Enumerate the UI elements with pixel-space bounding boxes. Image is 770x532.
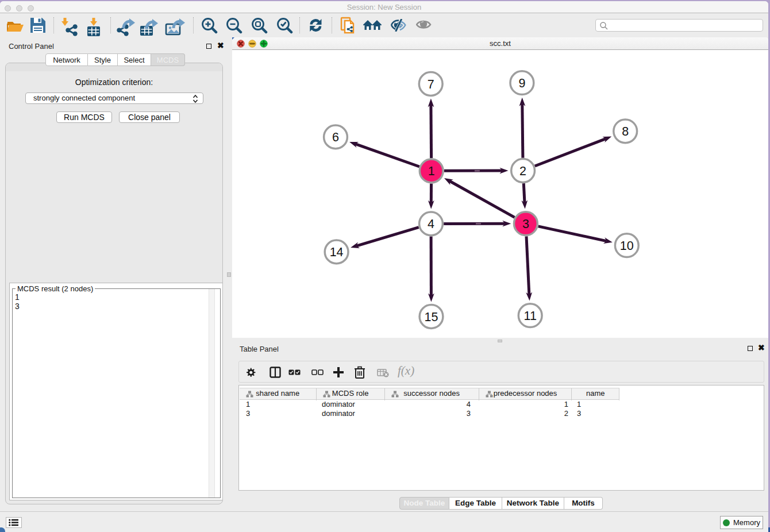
- svg-text:11: 11: [524, 309, 537, 323]
- svg-text:6: 6: [332, 130, 339, 144]
- svg-text:8: 8: [622, 125, 629, 138]
- svg-text:3: 3: [522, 217, 529, 231]
- svg-text:7: 7: [428, 78, 434, 91]
- svg-text:2: 2: [519, 164, 526, 178]
- svg-text:f(x): f(x): [398, 364, 414, 377]
- svg-text:1: 1: [428, 164, 435, 178]
- svg-text:9: 9: [518, 76, 525, 90]
- svg-text:10: 10: [620, 239, 634, 253]
- svg-text:14: 14: [330, 245, 344, 259]
- svg-text:4: 4: [428, 217, 434, 231]
- svg-text:15: 15: [425, 310, 438, 324]
